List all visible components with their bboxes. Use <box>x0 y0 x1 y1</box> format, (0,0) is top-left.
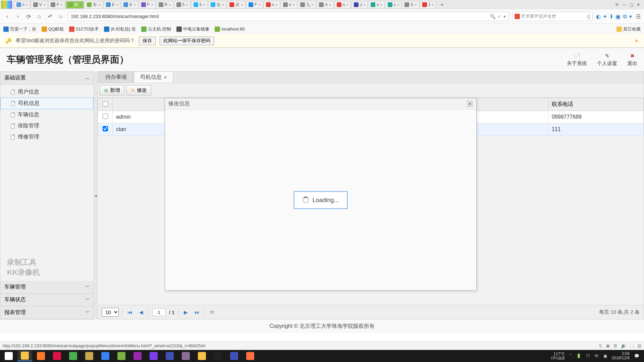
tab-close-icon[interactable]: × <box>222 3 224 7</box>
bookmark-item[interactable]: (6 封私信) 首 <box>104 26 136 32</box>
taskbar-app-app9[interactable] <box>243 351 258 361</box>
close-notification-button[interactable]: ✕ <box>635 38 639 44</box>
status-icon[interactable]: ⛶ <box>630 343 634 348</box>
tab-close-icon[interactable]: × <box>186 3 188 7</box>
browser-tab[interactable]: 生× <box>208 1 226 9</box>
browser-tab[interactable]: F× <box>48 1 65 9</box>
settings-button[interactable]: ✎ 个人设置 <box>597 53 617 67</box>
taskbar-app-app1[interactable] <box>50 351 64 361</box>
status-icon[interactable]: ▥ <box>637 343 641 348</box>
ext-icon-4[interactable]: ▣ <box>615 13 621 20</box>
browser-tab[interactable]: 车× <box>85 1 103 9</box>
zoom-icon[interactable]: 🔍 <box>490 14 495 19</box>
save-password-button[interactable]: 保存 <box>139 37 156 45</box>
accordion-basic-settings[interactable]: 基础设置 ︽ <box>0 72 94 84</box>
clock[interactable]: 2:04 2018/12/9 <box>612 352 630 360</box>
new-tab-button[interactable]: ＋ <box>437 1 447 9</box>
bookmarks-other[interactable]: 其它收藏 <box>616 26 641 32</box>
taskbar-app-app2[interactable] <box>82 351 97 361</box>
bookmark-item[interactable]: 百度一下，你 <box>3 26 36 32</box>
tab-close-icon[interactable]: × <box>432 3 434 7</box>
bookmark-item[interactable]: 中电云集镜像 <box>176 26 209 32</box>
splitter[interactable] <box>94 71 97 319</box>
browser-tab[interactable]: n× <box>334 1 351 9</box>
row-checkbox[interactable] <box>103 126 108 131</box>
accordion-vehicle-status[interactable]: 车辆状态 ︾ <box>0 294 94 306</box>
taskbar-app-explorer[interactable] <box>17 351 32 361</box>
first-page-button[interactable]: ⏮ <box>126 308 134 316</box>
taskbar-app-ide[interactable] <box>146 351 161 361</box>
add-button[interactable]: ⊕ 新增 <box>100 85 124 96</box>
accordion-report-mgmt[interactable]: 报表管理 ︾ <box>0 306 94 319</box>
url-bar[interactable]: 192.168.2.233:8080/minicar/manager.html … <box>68 12 509 21</box>
taskbar-app-start[interactable] <box>1 351 16 361</box>
tab-close-icon[interactable]: ✕ <box>164 75 167 80</box>
tab-close-icon[interactable]: × <box>241 3 243 7</box>
bookmark-item[interactable]: QQ邮箱 <box>42 26 64 32</box>
browser-tab[interactable]: s× <box>385 1 401 9</box>
tab-close-icon[interactable]: × <box>258 3 260 7</box>
next-page-button[interactable]: ▶ <box>182 308 190 316</box>
browser-app-icon[interactable] <box>1 1 12 9</box>
browser-tab[interactable]: s× <box>368 1 384 9</box>
taskbar-app-app4[interactable] <box>114 351 129 361</box>
last-page-button[interactable]: ⏭ <box>193 308 201 316</box>
browser-tab[interactable]: J× <box>420 1 436 9</box>
tab-close-icon[interactable]: × <box>346 3 348 7</box>
dropdown-icon[interactable]: ▾ <box>503 14 506 19</box>
bookmark-item[interactable]: localhost:80 <box>215 26 245 32</box>
browser-tab[interactable]: R× <box>156 1 173 9</box>
select-all-checkbox[interactable] <box>103 101 108 107</box>
browser-tab[interactable]: 5× <box>191 1 208 9</box>
tab-close-icon[interactable]: × <box>415 3 417 7</box>
tab-close-icon[interactable]: × <box>61 3 63 7</box>
status-icon[interactable]: 🗑 <box>613 343 618 348</box>
tab-close-icon[interactable]: × <box>169 3 171 7</box>
bookmark-item[interactable]: 51CTO技术 <box>69 26 99 32</box>
browser-tab[interactable]: E× <box>104 1 120 9</box>
tab-driver-info[interactable]: 司机信息 ✕ <box>134 71 173 83</box>
tray-chevron-icon[interactable]: ˄ <box>570 354 572 358</box>
browser-tab[interactable]: A× <box>317 1 333 9</box>
tab-close-icon[interactable]: × <box>79 3 82 7</box>
notifications-icon[interactable]: 💬 <box>634 354 639 358</box>
browser-tab[interactable]: 共× <box>227 1 245 9</box>
browser-tab[interactable]: V× <box>31 1 48 9</box>
status-icon[interactable]: ⇅ <box>599 343 602 348</box>
taskbar-app-firefox[interactable] <box>34 351 48 361</box>
tab-close-icon[interactable]: × <box>98 3 100 7</box>
ext-icon-3[interactable]: ⬇ <box>609 13 613 20</box>
tray-icon[interactable]: ▣ <box>603 354 607 358</box>
tab-close-icon[interactable]: × <box>397 3 399 7</box>
ext-icon-5[interactable]: ⚙ <box>623 13 627 20</box>
tray-icon[interactable]: 🔋 <box>576 354 581 358</box>
tab-close-icon[interactable]: × <box>329 3 331 7</box>
tab-todo[interactable]: 待办事项 <box>99 71 133 83</box>
browser-tab[interactable]: 5× <box>174 1 191 9</box>
taskbar-app-app5[interactable] <box>130 351 145 361</box>
tab-close-icon[interactable]: × <box>133 3 136 7</box>
sidebar-item[interactable]: 车辆信息 <box>0 109 94 120</box>
browser-tab[interactable]: n× <box>264 1 280 9</box>
star-button[interactable]: ☆ <box>57 13 64 20</box>
page-input[interactable] <box>152 308 166 316</box>
browser-tab[interactable]: ii× <box>14 1 30 9</box>
bookmark-item[interactable]: 云主机-控制 <box>141 26 171 32</box>
tray-icon[interactable]: 🛡 <box>586 354 590 358</box>
resize-handle[interactable]: ⋰ <box>472 286 476 290</box>
edit-button[interactable]: ✎ 修改 <box>126 85 151 96</box>
taskbar-app-eclipse[interactable] <box>178 351 193 361</box>
forward-button[interactable]: › <box>14 13 21 20</box>
back-button[interactable]: ‹ <box>3 13 11 20</box>
tray-ime-icon[interactable]: 中 <box>595 353 599 359</box>
sidebar-item[interactable]: 保险管理 <box>0 120 94 131</box>
page-size-select[interactable]: 10 <box>102 308 119 317</box>
browser-tab[interactable]: F× <box>139 1 156 9</box>
taskbar-app-wechat[interactable] <box>66 351 80 361</box>
prev-page-button[interactable]: ◀ <box>137 308 145 316</box>
taskbar-app-app8[interactable] <box>227 351 241 361</box>
sidebar-item[interactable]: 司机信息 <box>0 98 94 109</box>
browser-tab[interactable]: J× <box>352 1 368 9</box>
browser-tab[interactable]: 车× <box>66 1 84 9</box>
ext-icon-2[interactable]: ✦ <box>603 13 607 20</box>
